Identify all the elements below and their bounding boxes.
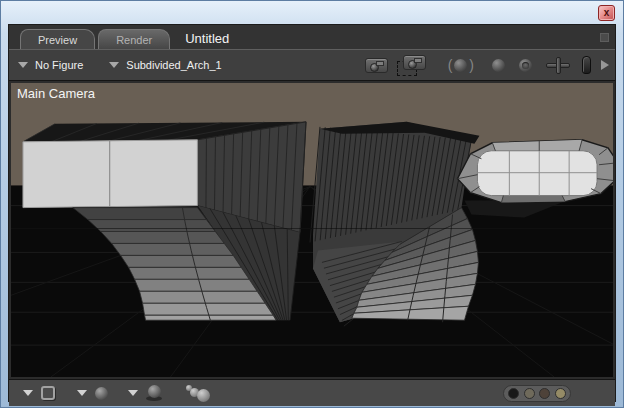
actor-selector-label: Subdivided_Arch_1 bbox=[126, 59, 221, 71]
top-toolbar: No Figure Subdivided_Arch_1 () bbox=[9, 49, 615, 80]
document-panel: Preview Render Untitled No Figure Subdiv… bbox=[8, 24, 616, 402]
actor-selector-dropdown[interactable]: Subdivided_Arch_1 bbox=[109, 59, 221, 71]
hand-camera-icon[interactable] bbox=[582, 56, 591, 74]
tab-bar-corner-button[interactable] bbox=[600, 33, 609, 42]
sphere-icon bbox=[454, 59, 467, 72]
tab-bar: Preview Render Untitled bbox=[9, 25, 615, 49]
display-style-toolbar bbox=[9, 380, 615, 406]
close-button[interactable]: x bbox=[598, 5, 615, 21]
trackball-icon[interactable] bbox=[492, 59, 505, 72]
figure-style-sphere-icon[interactable] bbox=[95, 387, 108, 400]
3d-scene[interactable] bbox=[11, 83, 613, 377]
cross-vertical-bar bbox=[556, 57, 561, 74]
camera-glyph-icon bbox=[403, 55, 426, 70]
chevron-down-icon bbox=[109, 62, 119, 68]
figure-selector-dropdown[interactable]: No Figure bbox=[18, 59, 83, 71]
camera-view-icon[interactable] bbox=[365, 58, 388, 73]
element-style-sphere-shadow-icon[interactable] bbox=[146, 385, 164, 401]
3d-viewport[interactable]: Main Camera bbox=[11, 83, 613, 377]
figure-selector-label: No Figure bbox=[35, 59, 83, 71]
figure-style-caret-icon[interactable] bbox=[77, 390, 87, 396]
large-sphere bbox=[197, 389, 210, 402]
ground-color-swatch[interactable] bbox=[555, 388, 566, 399]
viewport-frame: Main Camera bbox=[9, 80, 615, 380]
capsule-end bbox=[458, 140, 613, 203]
document-color-swatches bbox=[503, 385, 571, 402]
style-spheres-cluster-icon[interactable] bbox=[186, 384, 212, 402]
trackball-brackets-icon[interactable]: () bbox=[448, 57, 474, 73]
shadow-color-swatch[interactable] bbox=[539, 388, 550, 399]
document-display-style-box-icon[interactable] bbox=[41, 386, 55, 400]
chevron-down-icon bbox=[18, 62, 28, 68]
flyaround-camera-icon[interactable] bbox=[397, 55, 426, 76]
document-style-caret-icon[interactable] bbox=[23, 390, 33, 396]
foreground-color-swatch[interactable] bbox=[508, 388, 519, 399]
sphere-icon bbox=[148, 385, 161, 398]
more-controls-arrow-icon[interactable] bbox=[601, 60, 609, 70]
move-camera-cross-icon[interactable] bbox=[546, 57, 570, 74]
camera-controls: () bbox=[365, 55, 609, 76]
app-window: x Preview Render Untitled No Figure Subd… bbox=[0, 0, 624, 408]
tab-preview[interactable]: Preview bbox=[20, 29, 95, 49]
element-style-caret-icon[interactable] bbox=[128, 390, 138, 396]
face-camera-icon[interactable] bbox=[519, 59, 532, 72]
background-color-swatch[interactable] bbox=[524, 388, 535, 399]
document-title: Untitled bbox=[185, 29, 229, 46]
tab-render[interactable]: Render bbox=[98, 29, 170, 49]
camera-name-label: Main Camera bbox=[17, 86, 95, 101]
